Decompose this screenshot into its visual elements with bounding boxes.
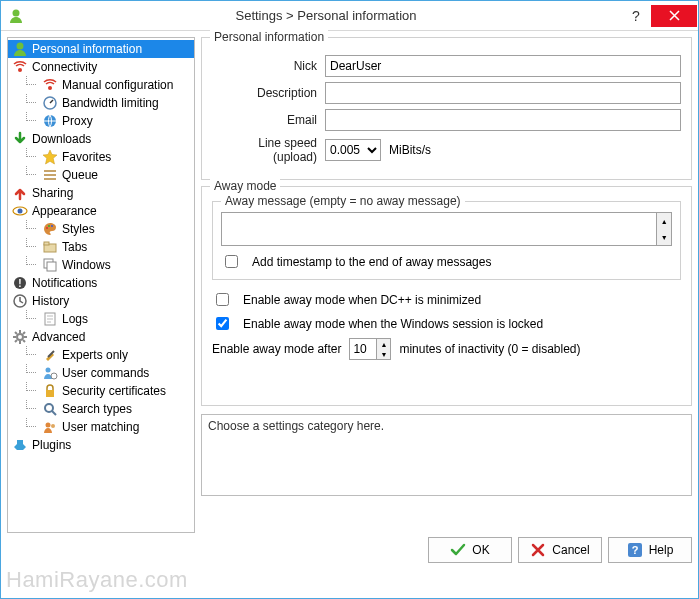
tree-label: Bandwidth limiting: [62, 96, 159, 110]
description-input[interactable]: [325, 82, 681, 104]
tree-item-security[interactable]: Security certificates: [8, 382, 194, 400]
tree-item-history[interactable]: History: [8, 292, 194, 310]
tree-item-usermatch[interactable]: User matching: [8, 418, 194, 436]
personal-legend: Personal information: [210, 30, 328, 44]
away-msg-up[interactable]: ▲: [657, 213, 671, 229]
tree-item-styles[interactable]: Styles: [8, 220, 194, 238]
tree-item-windows[interactable]: Windows: [8, 256, 194, 274]
tree-label: Appearance: [32, 204, 97, 218]
away-message-input[interactable]: [221, 212, 656, 246]
tree-label: Plugins: [32, 438, 71, 452]
antenna-red-icon: [12, 59, 28, 75]
user-cmd-icon: [42, 365, 58, 381]
cancel-button[interactable]: Cancel: [518, 537, 602, 563]
nick-input[interactable]: [325, 55, 681, 77]
tree-item-proxy[interactable]: Proxy: [8, 112, 194, 130]
linespeed-select[interactable]: 0.005: [325, 139, 381, 161]
search-icon: [42, 401, 58, 417]
tree-item-downloads[interactable]: Downloads: [8, 130, 194, 148]
away-msg-down[interactable]: ▼: [657, 229, 671, 245]
tree-item-plugins[interactable]: Plugins: [8, 436, 194, 454]
tree-label: User commands: [62, 366, 149, 380]
tree-label: Security certificates: [62, 384, 166, 398]
window-icon: [1, 8, 31, 24]
email-label: Email: [212, 113, 317, 127]
tree-item-queue[interactable]: Queue: [8, 166, 194, 184]
tree-label: Queue: [62, 168, 98, 182]
tree-label: Search types: [62, 402, 132, 416]
tree-item-usercmds[interactable]: User commands: [8, 364, 194, 382]
tree-label: Sharing: [32, 186, 73, 200]
check-icon: [450, 542, 466, 558]
tree-label: History: [32, 294, 69, 308]
tree-label: Manual configuration: [62, 78, 173, 92]
user-green-icon: [12, 41, 28, 57]
help-button[interactable]: Help: [608, 537, 692, 563]
hint-box: Choose a settings category here.: [201, 414, 692, 496]
titlebar-help-button[interactable]: ?: [621, 5, 651, 27]
gear-icon: [12, 329, 28, 345]
personal-info-group: Personal information Nick Description Em…: [201, 37, 692, 180]
tree-item-logs[interactable]: Logs: [8, 310, 194, 328]
away-message-label: Away message (empty = no away message): [221, 194, 465, 208]
close-button[interactable]: [651, 5, 697, 27]
tree-item-sharing[interactable]: Sharing: [8, 184, 194, 202]
spin-down-icon[interactable]: ▼: [377, 349, 390, 359]
tree-item-experts[interactable]: Experts only: [8, 346, 194, 364]
tree-label: Windows: [62, 258, 111, 272]
tree-item-manual[interactable]: Manual configuration: [8, 76, 194, 94]
help-label: Help: [649, 543, 674, 557]
away-after-label-post: minutes of inactivity (0 = disabled): [399, 342, 580, 356]
window-title: Settings > Personal information: [31, 8, 621, 23]
tree-label: Tabs: [62, 240, 87, 254]
help-icon: [627, 542, 643, 558]
away-minimized-checkbox[interactable]: [216, 293, 229, 306]
tree-item-connectivity[interactable]: Connectivity: [8, 58, 194, 76]
gauge-icon: [42, 95, 58, 111]
x-icon: [530, 542, 546, 558]
hint-text: Choose a settings category here.: [208, 419, 384, 433]
tree-item-notifications[interactable]: Notifications: [8, 274, 194, 292]
settings-tree[interactable]: Personal informationConnectivityManual c…: [7, 37, 195, 533]
away-legend: Away mode: [210, 179, 280, 193]
away-locked-label: Enable away mode when the Windows sessio…: [243, 317, 543, 331]
arrow-up-red-icon: [12, 185, 28, 201]
tools-icon: [42, 347, 58, 363]
tree-label: Logs: [62, 312, 88, 326]
arrow-down-green-icon: [12, 131, 28, 147]
watermark-text: HamiRayane.com: [6, 567, 188, 593]
note-icon: [42, 311, 58, 327]
tree-item-favorites[interactable]: Favorites: [8, 148, 194, 166]
tree-label: Downloads: [32, 132, 91, 146]
tree-label: Proxy: [62, 114, 93, 128]
tree-item-personal[interactable]: Personal information: [8, 40, 194, 58]
tree-item-appearance[interactable]: Appearance: [8, 202, 194, 220]
content-panel: Personal information Nick Description Em…: [201, 37, 692, 533]
clock-icon: [12, 293, 28, 309]
email-input[interactable]: [325, 109, 681, 131]
add-timestamp-checkbox[interactable]: [225, 255, 238, 268]
cancel-label: Cancel: [552, 543, 589, 557]
tree-label: User matching: [62, 420, 139, 434]
tree-label: Experts only: [62, 348, 128, 362]
away-locked-checkbox[interactable]: [216, 317, 229, 330]
palette-icon: [42, 221, 58, 237]
tree-label: Personal information: [32, 42, 142, 56]
tree-item-bandwidth[interactable]: Bandwidth limiting: [8, 94, 194, 112]
tabs-icon: [42, 239, 58, 255]
away-message-subgroup: Away message (empty = no away message) ▲…: [212, 201, 681, 280]
away-after-spinner[interactable]: ▲▼: [349, 338, 391, 360]
tree-item-advanced[interactable]: Advanced: [8, 328, 194, 346]
away-after-input[interactable]: [350, 339, 376, 359]
globe-icon: [42, 113, 58, 129]
eye-icon: [12, 203, 28, 219]
ok-button[interactable]: OK: [428, 537, 512, 563]
star-yellow-icon: [42, 149, 58, 165]
tree-item-tabs[interactable]: Tabs: [8, 238, 194, 256]
linespeed-unit: MiBits/s: [389, 143, 431, 157]
away-minimized-label: Enable away mode when DC++ is minimized: [243, 293, 481, 307]
spin-up-icon[interactable]: ▲: [377, 339, 390, 349]
tree-item-searchtypes[interactable]: Search types: [8, 400, 194, 418]
nick-label: Nick: [212, 59, 317, 73]
description-label: Description: [212, 86, 317, 100]
